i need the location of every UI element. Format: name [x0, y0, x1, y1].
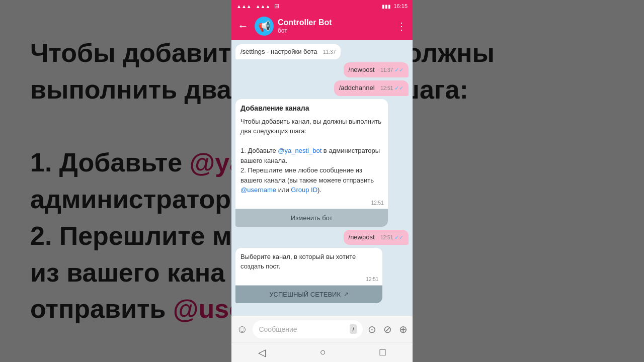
- message-text: Выберите канал, в который вы хотите созд…: [240, 253, 356, 270]
- channel-button-label: УСПЕШНЫЙ СЕТЕВИК: [269, 291, 341, 298]
- bot-message-footer: 12:51: [235, 199, 388, 209]
- message-time: 11:37: [323, 49, 336, 55]
- phone-panel: ▲▲▲ ▲▲▲ ⊟ ▮▮▮ 16:15 ← 📢 Controller Bot б…: [231, 0, 413, 362]
- bot-info: Controller Bot бот: [278, 18, 390, 34]
- message-text: /settings - настройки бота: [240, 48, 317, 55]
- camera-button[interactable]: ⊙: [366, 321, 378, 337]
- input-bar: ☺ Сообщение / ⊙ ⊘ ⊕: [231, 316, 413, 342]
- channel-select-button[interactable]: УСПЕШНЫЙ СЕТЕВИК ↗: [235, 285, 382, 303]
- link-username: @username: [240, 186, 276, 194]
- signal-icon-2: ▲▲▲: [256, 4, 271, 9]
- message-row: /newpost 11:37 ✓✓: [235, 62, 409, 77]
- attach-button[interactable]: ⊘: [381, 321, 394, 337]
- wifi-icon: ⊟: [274, 3, 279, 10]
- message-time: 12:51 ✓✓: [380, 235, 404, 240]
- signal-icon-1: ▲▲▲: [236, 4, 252, 9]
- overlay-left: [0, 0, 231, 362]
- message-text: /addchannel: [339, 84, 375, 92]
- change-bot-button[interactable]: Изменить бот: [235, 209, 388, 227]
- bot-message-block: Добавление канала Чтобы добавить канал, …: [235, 99, 388, 227]
- message-row: Добавление канала Чтобы добавить канал, …: [235, 99, 409, 227]
- nav-recent-button[interactable]: □: [379, 346, 385, 358]
- change-bot-label: Изменить бот: [291, 214, 333, 222]
- message-bubble: /addchannel 12:51 ✓✓: [334, 80, 409, 96]
- back-button[interactable]: ←: [235, 18, 251, 35]
- bot-message-title: Добавление канала: [240, 103, 383, 114]
- nav-bar: ◁ ○ □: [231, 342, 413, 362]
- mic-button[interactable]: ⊕: [397, 321, 410, 337]
- message-bubble: /settings - настройки бота 11:37: [235, 44, 341, 59]
- message-time: 12:51 ✓✓: [380, 85, 404, 91]
- time-display: 16:15: [393, 3, 408, 9]
- read-ticks: ✓✓: [394, 234, 404, 240]
- chat-area: /settings - настройки бота 11:37 /newpos…: [231, 40, 413, 316]
- message-input-field[interactable]: Сообщение /: [253, 320, 363, 338]
- message-bubble: /newpost 12:51 ✓✓: [344, 230, 409, 245]
- battery-icon: ▮▮▮: [382, 4, 391, 9]
- slash-command-button[interactable]: /: [350, 324, 357, 334]
- chat-header: ← 📢 Controller Bot бот ⋮: [231, 12, 413, 40]
- external-link-icon: ↗: [344, 291, 349, 298]
- link-bot: @ya_nesti_bot: [278, 147, 321, 154]
- status-bar-right: ▮▮▮ 16:15: [382, 3, 408, 9]
- message-row: /addchannel 12:51 ✓✓: [235, 80, 409, 96]
- message-bubble: /newpost 11:37 ✓✓: [344, 62, 409, 77]
- message-text: /newpost: [349, 233, 375, 241]
- read-ticks: ✓✓: [394, 67, 404, 73]
- emoji-button[interactable]: ☺: [234, 321, 250, 338]
- message-row: /settings - настройки бота 11:37: [235, 44, 409, 59]
- nav-back-button[interactable]: ◁: [258, 346, 266, 358]
- status-bar: ▲▲▲ ▲▲▲ ⊟ ▮▮▮ 16:15: [231, 0, 413, 12]
- nav-home-button[interactable]: ○: [319, 346, 326, 358]
- message-time: 11:37 ✓✓: [380, 67, 404, 73]
- read-ticks: ✓✓: [394, 85, 404, 91]
- bot-message-body: Чтобы добавить канал, вы должны выполнит…: [240, 117, 383, 195]
- bot-message-content: Выберите канал, в который вы хотите созд…: [235, 248, 382, 276]
- bot-status: бот: [278, 27, 390, 34]
- bot-message-block: Выберите канал, в который вы хотите созд…: [235, 248, 382, 303]
- bot-message-footer: 12:51: [235, 276, 382, 285]
- link-group-id: Group ID: [291, 186, 317, 194]
- message-placeholder: Сообщение: [259, 325, 346, 333]
- header-menu-button[interactable]: ⋮: [394, 18, 409, 34]
- status-bar-left: ▲▲▲ ▲▲▲ ⊟: [236, 3, 279, 10]
- bot-name: Controller Bot: [278, 18, 390, 27]
- message-row: Выберите канал, в который вы хотите созд…: [235, 248, 409, 303]
- bot-avatar: 📢: [255, 17, 274, 36]
- bot-avatar-icon: 📢: [258, 20, 271, 32]
- message-text: /newpost: [349, 66, 375, 73]
- bot-message-content: Добавление канала Чтобы добавить канал, …: [235, 99, 388, 199]
- overlay-right: [413, 0, 644, 362]
- bot-message-time: 12:51: [371, 200, 384, 206]
- message-time: 12:51: [366, 277, 378, 282]
- message-row: /newpost 12:51 ✓✓: [235, 230, 409, 245]
